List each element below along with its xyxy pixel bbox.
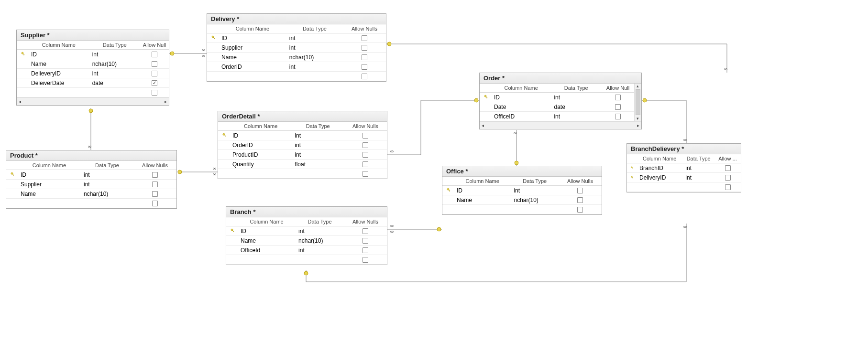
allow-nulls-cell[interactable]	[344, 169, 387, 179]
column-header[interactable]: Allow Nulls	[559, 177, 602, 186]
scroll-left-icon[interactable]: ◂	[482, 123, 484, 128]
column-header[interactable]: Column Name	[18, 161, 81, 170]
column-name-cell[interactable]	[454, 205, 511, 214]
allow-nulls-cell[interactable]	[133, 170, 176, 180]
data-type-cell[interactable]: nchar(10)	[296, 236, 344, 246]
allow-nulls-cell[interactable]	[140, 50, 169, 59]
allow-nulls-cell[interactable]	[343, 72, 386, 81]
table-branch[interactable]: Branch *Column NameData TypeAllow NullsI…	[226, 206, 387, 265]
column-name-cell[interactable]: Name	[28, 59, 89, 69]
checkbox-icon[interactable]	[363, 171, 368, 177]
scroll-up-icon[interactable]: ▴	[637, 84, 639, 88]
data-type-cell[interactable]: int	[551, 93, 601, 102]
allow-nulls-cell[interactable]	[344, 255, 387, 265]
data-type-cell[interactable]: int	[292, 140, 344, 150]
checkbox-icon[interactable]	[577, 197, 583, 203]
column-header[interactable]: Data Type	[296, 217, 344, 226]
checkbox-icon[interactable]: ✓	[152, 80, 157, 86]
data-type-cell[interactable]: date	[89, 78, 140, 88]
checkbox-icon[interactable]	[725, 165, 731, 171]
column-name-cell[interactable]: ID	[219, 33, 286, 43]
checkbox-icon[interactable]	[152, 182, 158, 187]
checkbox-icon[interactable]	[363, 228, 368, 234]
column-name-cell[interactable]	[18, 199, 81, 208]
checkbox-icon[interactable]	[362, 74, 367, 79]
column-header[interactable]: Allow Null	[601, 84, 635, 93]
column-header[interactable]: Column Name	[230, 122, 292, 131]
allow-nulls-cell[interactable]	[344, 160, 387, 169]
column-name-cell[interactable]	[238, 255, 296, 265]
column-name-cell[interactable]: OfficeId	[238, 246, 296, 255]
allow-nulls-cell[interactable]	[344, 150, 387, 160]
checkbox-icon[interactable]	[363, 142, 368, 148]
allow-nulls-cell[interactable]	[133, 189, 176, 199]
column-header[interactable]: Allow Nulls	[344, 217, 387, 226]
data-type-cell[interactable]: int	[296, 246, 344, 255]
column-header[interactable]: Allow Null	[140, 41, 169, 50]
data-type-cell[interactable]: int	[89, 50, 140, 59]
checkbox-icon[interactable]	[363, 161, 368, 167]
checkbox-icon[interactable]	[615, 114, 621, 119]
column-name-cell[interactable]: DelieveryID	[28, 69, 89, 78]
allow-nulls-cell[interactable]	[140, 69, 169, 78]
checkbox-icon[interactable]	[152, 52, 157, 57]
column-header[interactable]: Allow ...	[714, 154, 741, 163]
column-name-cell[interactable]: DeleiverDate	[28, 78, 89, 88]
allow-nulls-cell[interactable]	[343, 43, 386, 53]
checkbox-icon[interactable]	[152, 90, 157, 96]
checkbox-icon[interactable]	[725, 184, 731, 190]
data-type-cell[interactable]: float	[292, 160, 344, 169]
column-header[interactable]: Column Name	[238, 217, 296, 226]
allow-nulls-cell[interactable]	[714, 173, 741, 182]
table-title[interactable]: Office *	[442, 166, 602, 177]
data-type-cell[interactable]	[682, 182, 714, 192]
allow-nulls-cell[interactable]	[344, 236, 387, 246]
table-title[interactable]: BranchDelievery *	[627, 144, 741, 154]
column-name-cell[interactable]: ID	[491, 93, 551, 102]
table-title[interactable]: Product *	[6, 150, 176, 161]
table-title[interactable]: Delivery *	[207, 14, 386, 24]
column-header[interactable]	[6, 161, 18, 170]
column-name-cell[interactable]: Name	[238, 236, 296, 246]
allow-nulls-cell[interactable]	[559, 195, 602, 205]
checkbox-icon[interactable]	[363, 257, 368, 263]
allow-nulls-cell[interactable]	[133, 180, 176, 189]
column-name-cell[interactable]: OfficeID	[491, 112, 551, 121]
column-header[interactable]: Column Name	[454, 177, 511, 186]
checkbox-icon[interactable]	[577, 188, 583, 193]
column-header[interactable]: Column Name	[28, 41, 89, 50]
column-header[interactable]: Data Type	[286, 24, 343, 33]
data-type-cell[interactable]: nchar(10)	[511, 195, 559, 205]
checkbox-icon[interactable]	[152, 172, 158, 178]
checkbox-icon[interactable]	[725, 175, 731, 181]
column-header[interactable]: Data Type	[551, 84, 601, 93]
column-header[interactable]	[207, 24, 219, 33]
checkbox-icon[interactable]	[363, 152, 368, 158]
checkbox-icon[interactable]	[362, 64, 367, 70]
scroll-thumb[interactable]	[636, 89, 640, 115]
data-type-cell[interactable]: nchar(10)	[81, 189, 133, 199]
data-type-cell[interactable]	[292, 169, 344, 179]
column-name-cell[interactable]: Name	[454, 195, 511, 205]
table-delivery[interactable]: Delivery *Column NameData TypeAllow Null…	[207, 13, 386, 82]
column-name-cell[interactable]: ID	[230, 131, 292, 140]
allow-nulls-cell[interactable]	[714, 163, 741, 173]
column-name-cell[interactable]	[28, 88, 89, 97]
column-header[interactable]	[218, 122, 230, 131]
allow-nulls-cell[interactable]	[601, 102, 635, 112]
column-header[interactable]: Allow Nulls	[344, 122, 387, 131]
column-header[interactable]	[627, 154, 637, 163]
checkbox-icon[interactable]	[362, 45, 367, 51]
data-type-cell[interactable]: int	[551, 112, 601, 121]
column-name-cell[interactable]: Supplier	[219, 43, 286, 53]
column-header[interactable]: Allow Nulls	[343, 24, 386, 33]
column-header[interactable]: Data Type	[292, 122, 344, 131]
column-header[interactable]	[480, 84, 491, 93]
table-orderdetail[interactable]: OrderDetail *Column NameData TypeAllow N…	[218, 111, 387, 179]
vertical-scrollbar[interactable]: ▴▾	[634, 84, 641, 121]
allow-nulls-cell[interactable]	[559, 186, 602, 195]
table-title[interactable]: Branch *	[226, 207, 387, 217]
table-supplier[interactable]: Supplier *Column NameData TypeAllow Null…	[16, 30, 169, 106]
checkbox-icon[interactable]	[363, 238, 368, 244]
data-type-cell[interactable]: int	[682, 163, 714, 173]
